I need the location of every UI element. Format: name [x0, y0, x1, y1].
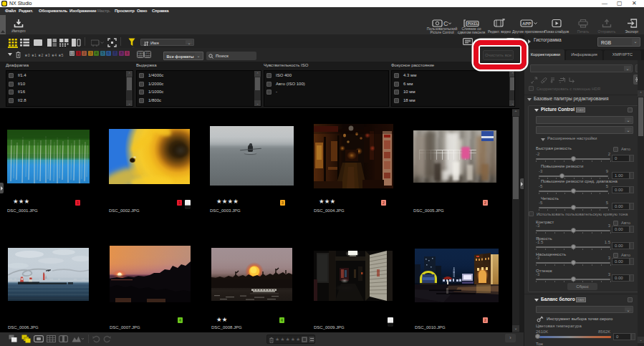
svg-text:JPG: JPG	[145, 52, 150, 55]
svg-text:PIXEL: PIXEL	[468, 21, 479, 26]
svg-text:APP: APP	[522, 21, 531, 26]
svg-text:RAW: RAW	[138, 52, 144, 55]
svg-text:C: C	[443, 20, 448, 27]
